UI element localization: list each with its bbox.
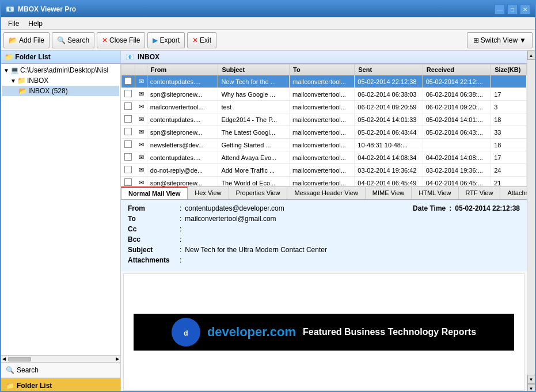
email-body-content: d developer.com Featured Business Techno… [123, 273, 524, 391]
date-time-colon: : [449, 204, 451, 212]
row-checkbox[interactable] [121, 101, 135, 113]
col-header-received[interactable]: Received [423, 64, 491, 75]
row-received [423, 139, 491, 151]
row-checkbox[interactable] [121, 88, 135, 101]
col-header-size[interactable]: Size(KB) [491, 64, 527, 75]
row-checkbox[interactable] [121, 113, 135, 126]
row-icon: ✉ [135, 126, 147, 139]
tab-attachments[interactable]: Attachments [500, 187, 527, 199]
row-sent: 10-48:31 10-48:... [355, 139, 423, 151]
close-file-button[interactable]: ✕ Close File [97, 32, 145, 48]
row-icon: ✉ [135, 177, 147, 187]
row-received: 06-02-2014 06:38:... [423, 88, 491, 101]
row-from: contentupdates.... [147, 75, 218, 88]
tab-hex-view[interactable]: Hex View [188, 187, 229, 199]
from-label: From [128, 204, 180, 212]
search-tab[interactable]: 🔍 Search [1, 363, 120, 378]
row-size: 17 [491, 88, 527, 101]
table-row[interactable]: ✉ spn@sitepronew... Why has Google ... m… [121, 88, 527, 101]
toolbar-left: 📂 Add File 🔍 Search ✕ Close File ▶ Expor… [3, 32, 216, 48]
scroll-handle[interactable] [8, 357, 31, 361]
col-header-icon [135, 64, 147, 75]
table-row[interactable]: ✉ contentupdates.... Edge2014 - The P...… [121, 113, 527, 126]
maximize-button[interactable]: □ [507, 4, 518, 14]
row-size: 3 [491, 101, 527, 113]
scroll-down-arrow-2[interactable]: ▼ [527, 384, 535, 392]
scroll-right-arrow[interactable]: ▶ [116, 356, 119, 361]
exit-button[interactable]: ✕ Exit [187, 32, 216, 48]
row-sent: 05-02-2014 14:01:33 [355, 113, 423, 126]
table-row[interactable]: ✉ mailconvertertool... test mailconverte… [121, 101, 527, 113]
row-checkbox[interactable] [121, 164, 135, 177]
col-header-from[interactable]: From [147, 64, 218, 75]
menu-help[interactable]: Help [24, 18, 47, 29]
row-received: 05-02-2014 06:43:... [423, 126, 491, 139]
switch-view-button[interactable]: ⊞ Switch View ▼ [467, 32, 533, 48]
row-subject: The Latest Googl... [218, 126, 290, 139]
left-bottom-scrollbar[interactable]: ◀ ▶ [1, 355, 120, 362]
export-button[interactable]: ▶ Export [147, 32, 185, 48]
table-row[interactable]: ✉ contentupdates.... Attend Avaya Evo...… [121, 151, 527, 164]
row-size: 24 [491, 164, 527, 177]
left-bottom: 🔍 Search 📁 Folder List [1, 362, 120, 392]
close-button[interactable]: ✕ [520, 4, 530, 14]
col-header-sent[interactable]: Sent [355, 64, 423, 75]
row-size: 33 [491, 126, 527, 139]
tree-item-root[interactable]: ▼ 💻 C:\Users\admin\Desktop\Nisl [2, 65, 119, 75]
tree-item-inbox-parent[interactable]: ▼ 📁 INBOX [2, 75, 119, 86]
tab-normal-mail-view[interactable]: Normal Mail View [121, 187, 188, 199]
table-row[interactable]: ✉ spn@sitepronew... The World of Eco... … [121, 177, 527, 187]
row-checkbox[interactable] [121, 151, 135, 164]
tab-message-header-view[interactable]: Message Header View [287, 187, 365, 199]
scroll-up-arrow[interactable]: ▲ [527, 51, 535, 60]
tab-rtf-view[interactable]: RTF View [459, 187, 501, 199]
row-received: 03-02-2014 19:36:... [423, 164, 491, 177]
row-to: mailconvertertool... [289, 126, 354, 139]
table-row[interactable]: ✉ newsletters@dev... Getting Started ...… [121, 139, 527, 151]
row-from: mailconvertertool... [147, 101, 218, 113]
right-scrollbar[interactable]: ▲ ▼ ▼ [527, 51, 535, 392]
collapse-icon-2: ▼ [10, 78, 16, 84]
email-table-container[interactable]: From Subject To Sent Received Size(KB) ✉… [121, 64, 527, 187]
row-checkbox[interactable] [121, 139, 135, 151]
app-icon: 📧 [6, 5, 14, 13]
table-row[interactable]: ✉ do-not-reply@de... Add More Traffic ..… [121, 164, 527, 177]
folder-tab[interactable]: 📁 Folder List [1, 378, 120, 392]
computer-icon: 💻 [10, 66, 19, 74]
tab-html-view[interactable]: HTML View [412, 187, 458, 199]
row-from: spn@sitepronew... [147, 126, 218, 139]
row-to: mailconvertertool... [289, 164, 354, 177]
dev-company-name: developer.com [207, 325, 296, 340]
menu-file[interactable]: File [3, 18, 24, 29]
col-header-subject[interactable]: Subject [218, 64, 290, 75]
scroll-down-arrow[interactable]: ▼ [527, 375, 535, 384]
row-sent: 05-02-2014 06:43:44 [355, 126, 423, 139]
scroll-track[interactable] [527, 60, 535, 375]
row-checkbox[interactable] [121, 75, 135, 88]
tree-item-inbox[interactable]: 📂 INBOX (528) [2, 86, 119, 96]
row-size: 18 [491, 113, 527, 126]
switch-view-icon: ⊞ [473, 36, 479, 44]
row-to: mailconvertertool... [289, 75, 354, 88]
tab-properties-view[interactable]: Properties View [229, 187, 288, 199]
email-table: From Subject To Sent Received Size(KB) ✉… [121, 64, 527, 187]
minimize-button[interactable]: — [495, 4, 505, 14]
preview-from-date-row: From : contentupdates@developer.com Date… [128, 204, 520, 212]
scroll-left-arrow[interactable]: ◀ [2, 356, 6, 361]
add-file-icon: 📂 [9, 36, 17, 44]
tab-mime-view[interactable]: MIME View [366, 187, 412, 199]
add-file-button[interactable]: 📂 Add File [3, 32, 50, 48]
folder-tree[interactable]: ▼ 💻 C:\Users\admin\Desktop\Nisl ▼ 📁 INBO… [1, 64, 120, 355]
root-label: C:\Users\admin\Desktop\Nisl [20, 66, 108, 74]
title-bar-left: 📧 MBOX Viewer Pro [6, 5, 76, 13]
row-subject: Edge2014 - The P... [218, 113, 290, 126]
table-row[interactable]: ✉ contentupdates.... New Tech for the ..… [121, 75, 527, 88]
row-subject: New Tech for the ... [218, 75, 290, 88]
preview-subject-row: Subject : New Tech for the Ultra Modern … [128, 246, 520, 254]
preview-cc-row: Cc : [128, 225, 520, 233]
table-row[interactable]: ✉ spn@sitepronew... The Latest Googl... … [121, 126, 527, 139]
row-checkbox[interactable] [121, 126, 135, 139]
row-checkbox[interactable] [121, 177, 135, 187]
search-button[interactable]: 🔍 Search [52, 32, 94, 48]
col-header-to[interactable]: To [289, 64, 354, 75]
